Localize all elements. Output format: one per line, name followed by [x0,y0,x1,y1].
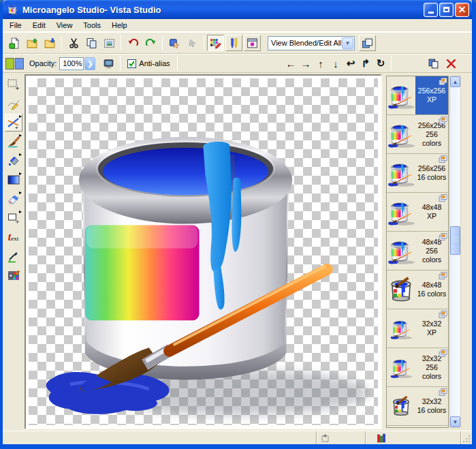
drawing-tools-panel-button[interactable] [225,35,242,51]
flyout-arrow-icon [19,172,22,175]
menu-edit[interactable]: Edit [27,20,51,31]
color-palette-panel-button[interactable] [207,35,224,51]
minimize-icon [428,12,434,14]
shift-down-button[interactable]: ↓ [328,56,343,71]
format-depth: 16 colors [417,406,447,415]
close-button[interactable]: ✕ [455,3,469,17]
menu-view[interactable]: View [51,20,78,31]
screen-preview-button[interactable] [99,55,117,72]
drag-move-button[interactable] [183,35,201,51]
maximize-button[interactable] [439,3,454,17]
paintbrush-icon [7,135,20,149]
toolbar-separator [121,35,121,50]
pencils-icon [228,37,240,49]
shift-right-button[interactable]: → [298,56,313,71]
monitor-icon [103,58,114,69]
rotate-button[interactable]: ↱ [358,56,373,71]
canvas-artwork [29,78,378,425]
tool-text[interactable]: text [5,228,22,246]
canvas-container [25,74,382,429]
resize-grip[interactable] [461,431,472,444]
format-item[interactable]: 48x48XP [387,193,448,232]
format-item[interactable]: 256x25616 colors [387,154,448,193]
image-panel-button[interactable] [244,35,261,51]
tool-gradient[interactable] [5,171,22,189]
opacity-stepper-button[interactable]: ❯ [84,57,95,70]
main-area: text 256x25 [3,73,472,431]
duplicate-image-icon [428,58,439,69]
scroll-up-button[interactable]: ▲ [450,76,460,87]
tool-freehand[interactable] [5,95,22,112]
menu-help[interactable]: Help [106,20,133,31]
tool-fill[interactable] [5,152,22,170]
scissors-icon [68,37,80,49]
shift-left-button[interactable]: ← [283,56,298,71]
new-button[interactable] [5,35,23,51]
copy-button[interactable] [82,35,100,51]
secondary-color-swatch[interactable] [15,58,24,69]
flip-button[interactable]: ↩ [343,56,358,71]
tool-select[interactable] [5,76,22,93]
bucket-thumbnail-icon [387,236,415,265]
tool-palette-editor[interactable] [5,266,22,284]
eyedropper-icon [7,249,20,263]
format-item[interactable]: 48x48256 colors [387,232,448,270]
duplicate-image-button[interactable] [424,55,442,72]
format-thumbnail [387,115,415,153]
format-item[interactable]: 32x3216 colors [387,387,448,426]
status-selection-pane [317,431,366,444]
scrollbar-thumb[interactable] [450,226,460,255]
cut-button[interactable] [65,35,82,51]
format-list-scrollbar[interactable]: ▲ ▼ [449,76,461,428]
minimize-button[interactable] [424,3,438,17]
tool-line[interactable] [5,114,22,131]
format-item[interactable]: 32x32256 colors [387,348,448,387]
format-thumbnail [387,309,415,347]
bucket-thumbnail-icon [390,356,413,379]
edit-canvas[interactable] [29,78,378,425]
view-mode-dropdown[interactable]: View Blended/Edit All ▼ [268,36,355,50]
format-size: 32x32 [422,320,442,328]
title-bar[interactable]: Microangelo Studio- Vista Studio ✕ [3,0,472,19]
delete-image-button[interactable] [442,55,460,72]
menu-file[interactable]: File [4,20,27,31]
bucket-thumbnail-icon [387,119,415,150]
format-item[interactable]: 32x32XP [387,309,448,348]
bucket-thumbnail-icon [387,157,415,189]
open-button[interactable] [23,35,41,51]
format-item[interactable]: 48x4816 colors [387,270,448,309]
format-item[interactable]: 256x256256 colors [387,115,448,154]
format-depth: XP [427,212,437,221]
drag-copy-icon [169,37,180,49]
undo-button[interactable] [124,35,142,51]
blend-layers-button[interactable] [359,35,376,51]
primary-color-swatch[interactable] [5,58,14,69]
rotate-all-button[interactable]: ↻ [373,56,388,71]
toolbar-separator [177,56,178,71]
antialias-checkbox[interactable] [127,59,136,68]
menu-tools[interactable]: Tools [78,20,106,31]
opacity-input[interactable]: 100% [59,57,84,70]
shift-up-button[interactable]: ↑ [313,56,328,71]
format-item[interactable]: 256x256XP [387,76,448,115]
drag-copy-button[interactable] [165,35,183,51]
menu-bar: File Edit View Tools Help [3,19,472,32]
tool-paintbrush[interactable] [5,133,22,151]
bucket-thumbnail-icon [387,275,415,304]
import-button[interactable] [41,35,59,51]
resize-grip-icon [462,435,471,443]
flyout-arrow-icon [19,211,22,213]
tool-shape[interactable] [5,209,22,227]
chevron-down-icon[interactable]: ▼ [342,37,353,49]
format-thumbnail [387,387,415,425]
tool-eraser[interactable] [5,190,22,208]
scroll-down-button[interactable]: ▼ [450,416,460,427]
tool-color-picker[interactable] [5,247,22,265]
redo-button[interactable] [142,35,159,51]
view-mode-value: View Blended/Edit All [268,39,341,47]
paste-image-button[interactable] [100,35,118,51]
toolbar-separator [120,56,121,71]
scrollbar-track[interactable] [450,87,460,416]
palette-editor-icon [7,268,20,282]
window-title: Microangelo Studio- Vista Studio [22,5,422,15]
